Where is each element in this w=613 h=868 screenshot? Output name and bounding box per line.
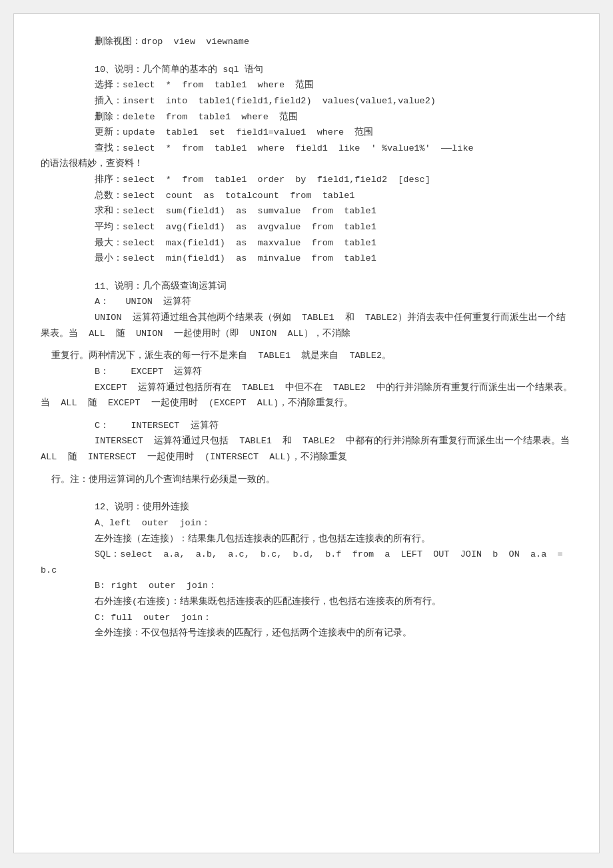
order-line: 排序：select * from table1 order by field1,…: [41, 172, 572, 188]
main-content: 删除视图：drop view viewname 10、说明：几个简单的基本的 s…: [13, 13, 600, 853]
right-outer-desc: 右外连接(右连接)：结果集既包括连接表的匹配连接行，也包括右连接表的所有行。: [41, 594, 572, 610]
except-desc: EXCEPT 运算符通过包括所有在 TABLE1 中但不在 TABLE2 中的行…: [41, 380, 572, 411]
drop-view-line: 删除视图：drop view viewname: [41, 34, 572, 50]
min-line: 最小：select min(field1) as minvalue from t…: [41, 251, 572, 267]
intersect-desc-1: INTERSECT 运算符通过只包括 TABLE1 和 TABLE2 中都有的行…: [41, 433, 572, 465]
union-desc-1: UNION 运算符通过组合其他两个结果表（例如 TABLE1 和 TABLE2）…: [41, 310, 572, 341]
intersect-desc-2: 行。注：使用运算词的几个查询结果行必须是一致的。: [41, 472, 572, 488]
select-line: 选择：select * from table1 where 范围: [41, 77, 572, 93]
insert-line: 插入：insert into table1(field1,field2) val…: [41, 93, 572, 109]
right-outer-title: B: right outer join：: [41, 578, 572, 594]
delete-line: 删除：delete from table1 where 范围: [41, 109, 572, 125]
section-10-title: 10、说明：几个简单的基本的 sql 语句: [41, 62, 572, 78]
intersect-title: C： INTERSECT 运算符: [41, 418, 572, 434]
avg-line: 平均：select avg(field1) as avgvalue from t…: [41, 219, 572, 235]
section-11: 11、说明：几个高级查询运算词 A： UNION 运算符 UNION 运算符通过…: [41, 279, 572, 488]
union-title: A： UNION 运算符: [41, 294, 572, 310]
count-line: 总数：select count as totalcount from table…: [41, 188, 572, 204]
section-10: 10、说明：几个简单的基本的 sql 语句 选择：select * from t…: [41, 62, 572, 267]
union-desc-2: 重复行。两种情况下，派生表的每一行不是来自 TABLE1 就是来自 TABLE2…: [41, 348, 572, 364]
section-11-title: 11、说明：几个高级查询运算词: [41, 279, 572, 295]
search-note: 的语法很精妙，查资料！: [41, 156, 572, 172]
update-line: 更新：update table1 set field1=value1 where…: [41, 125, 572, 141]
sum-line: 求和：select sum(field1) as sumvalue from t…: [41, 203, 572, 219]
left-outer-title: A、left outer join：: [41, 515, 572, 531]
search-line: 查找：select * from table1 where field1 lik…: [41, 141, 572, 157]
section-12-title: 12、说明：使用外连接: [41, 499, 572, 515]
drop-view-section: 删除视图：drop view viewname: [41, 34, 572, 50]
full-outer-title: C: full outer join：: [41, 610, 572, 626]
except-title: B： EXCEPT 运算符: [41, 364, 572, 380]
full-outer-desc: 全外连接：不仅包括符号连接表的匹配行，还包括两个连接表中的所有记录。: [41, 625, 572, 641]
left-outer-sql: SQL：select a.a, a.b, a.c, b.c, b.d, b.f …: [41, 547, 572, 578]
section-12: 12、说明：使用外连接 A、left outer join： 左外连接（左连接）…: [41, 499, 572, 641]
left-outer-desc: 左外连接（左连接）：结果集几包括连接表的匹配行，也包括左连接表的所有行。: [41, 531, 572, 547]
max-line: 最大：select max(field1) as maxvalue from t…: [41, 235, 572, 251]
